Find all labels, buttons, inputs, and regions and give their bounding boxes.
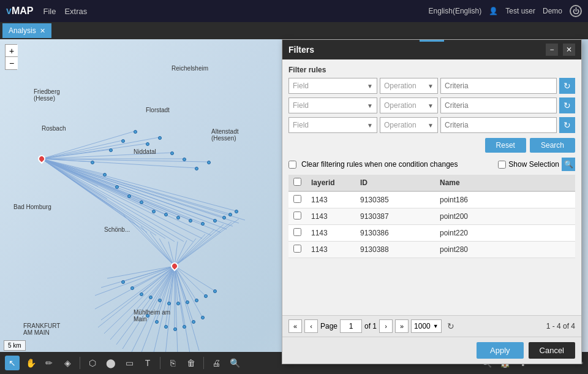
chevron-down-icon-2: ▼	[428, 83, 434, 90]
svg-line-22	[42, 159, 236, 211]
map-zoom-controls: + −	[5, 44, 17, 70]
show-selection-icon[interactable]: 🔍	[562, 158, 575, 171]
table-select-all[interactable]	[293, 178, 301, 186]
toolbar-separator-3	[203, 357, 204, 369]
map-dot	[201, 316, 205, 319]
filter-checkbox-row: Clear filtering rules when one condition…	[288, 158, 575, 171]
map-dot	[167, 302, 171, 305]
filter-refresh-1[interactable]: ↻	[559, 78, 575, 94]
active-tab-indicator	[420, 40, 444, 42]
tab-analysis-close[interactable]: ✕	[40, 27, 45, 35]
page-input[interactable]	[340, 319, 362, 333]
map-dot	[149, 296, 153, 299]
show-selection-label: Show Selection	[508, 160, 559, 169]
svg-line-45	[150, 232, 175, 266]
svg-line-5	[42, 137, 159, 159]
svg-line-83	[123, 266, 175, 349]
map-dot	[127, 194, 131, 198]
toolbar-separator-2	[160, 357, 160, 369]
table-cell-name: point220	[435, 225, 575, 242]
language-selector[interactable]: English(English)	[429, 7, 482, 15]
filter-criteria-2[interactable]	[440, 97, 557, 113]
clear-filter-checkbox[interactable]	[288, 161, 296, 169]
tool-polygon[interactable]: ⬡	[85, 356, 100, 370]
map-dot	[173, 327, 177, 331]
cancel-button[interactable]: Cancel	[529, 342, 575, 359]
tool-hand[interactable]: ✋	[23, 356, 38, 370]
apply-button[interactable]: Apply	[477, 342, 524, 359]
svg-line-3	[42, 131, 135, 159]
tab-analysis[interactable]: Analysis ✕	[2, 23, 51, 38]
filter-field-1[interactable]: Field ▼	[288, 78, 377, 94]
page-size-value: 1000	[414, 322, 431, 330]
page-next-button[interactable]: ›	[379, 319, 393, 333]
table-cell-layerid: 1143	[306, 191, 355, 208]
filter-refresh-2[interactable]: ↻	[559, 97, 575, 113]
filter-operation-3[interactable]: Operation ▼	[380, 117, 438, 133]
map-dot	[213, 289, 217, 293]
filter-criteria-1[interactable]	[440, 78, 557, 94]
row-checkbox-1[interactable]	[293, 212, 301, 219]
tool-rectangle[interactable]: ▭	[122, 356, 137, 370]
chevron-down-icon-6: ▼	[428, 122, 434, 129]
filter-field-3[interactable]: Field ▼	[288, 117, 377, 133]
tool-print[interactable]: 🖨	[209, 356, 224, 370]
filter-rules-label: Filter rules	[288, 66, 575, 74]
table-col-layerid: layerid	[306, 175, 355, 191]
tool-cursor[interactable]: ↖	[5, 356, 20, 370]
filter-actions: Reset Search	[288, 138, 575, 153]
table-cell-name: point186	[435, 191, 575, 208]
table-cell-layerid: 1143	[306, 242, 355, 258]
table-col-checkbox	[288, 175, 306, 191]
filter-minimize-button[interactable]: −	[546, 44, 558, 56]
table-cell-layerid: 1143	[306, 208, 355, 225]
map-dot	[207, 161, 211, 164]
tool-circle[interactable]: ⬤	[104, 356, 118, 370]
reset-button[interactable]: Reset	[485, 138, 526, 153]
svg-line-38	[42, 159, 227, 229]
chevron-down-icon-3: ▼	[367, 102, 373, 109]
svg-line-42	[123, 214, 175, 266]
row-checkbox-3[interactable]	[293, 245, 301, 253]
page-size-select[interactable]: 1000 ▼	[411, 319, 442, 333]
tool-node[interactable]: ◈	[60, 356, 75, 370]
chevron-down-icon-4: ▼	[428, 102, 434, 109]
chevron-down-icon-5: ▼	[367, 122, 373, 129]
row-checkbox-2[interactable]	[293, 228, 301, 236]
navbar-left: vMAP File Extras	[6, 6, 87, 17]
map-dot	[109, 148, 113, 152]
show-selection-checkbox[interactable]	[498, 161, 506, 169]
nav-file[interactable]: File	[43, 7, 56, 16]
page-last-button[interactable]: »	[395, 319, 409, 333]
navbar: vMAP File Extras English(English) 👤 Test…	[0, 0, 588, 22]
tool-search-map[interactable]: 🔍	[227, 356, 242, 370]
row-checkbox-0[interactable]	[293, 195, 301, 203]
nav-extras[interactable]: Extras	[64, 7, 87, 16]
filter-field-3-text: Field	[293, 121, 309, 129]
filter-refresh-3[interactable]: ↻	[559, 117, 575, 133]
filter-close-button[interactable]: ✕	[563, 44, 575, 56]
map-dot	[103, 173, 107, 177]
svg-line-36	[42, 159, 211, 235]
filter-operation-2-text: Operation	[384, 101, 417, 110]
table-cell-checkbox	[288, 225, 306, 242]
search-button[interactable]: Search	[530, 138, 575, 153]
page-prev-button[interactable]: ‹	[304, 319, 318, 333]
tool-pencil[interactable]: ✏	[42, 356, 56, 370]
filter-body: Filter rules Field ▼ Operation ▼ ↻ Field	[282, 59, 581, 315]
filter-field-2[interactable]: Field ▼	[288, 97, 377, 113]
zoom-in-button[interactable]: +	[6, 45, 18, 57]
page-first-button[interactable]: «	[288, 319, 302, 333]
table-refresh-button[interactable]: ↻	[444, 319, 458, 333]
filter-criteria-3[interactable]	[440, 117, 557, 133]
tool-delete[interactable]: 🗑	[184, 356, 198, 370]
zoom-out-button[interactable]: −	[6, 57, 18, 69]
power-button[interactable]: ⏻	[570, 5, 582, 17]
filter-operation-1[interactable]: Operation ▼	[380, 78, 438, 94]
demo-label[interactable]: Demo	[543, 7, 562, 15]
filter-header: Filters − ✕	[282, 40, 581, 59]
tool-text[interactable]: T	[140, 356, 155, 370]
filter-operation-2[interactable]: Operation ▼	[380, 97, 438, 113]
filter-operation-1-text: Operation	[384, 82, 417, 90]
tool-copy[interactable]: ⎘	[165, 356, 180, 370]
